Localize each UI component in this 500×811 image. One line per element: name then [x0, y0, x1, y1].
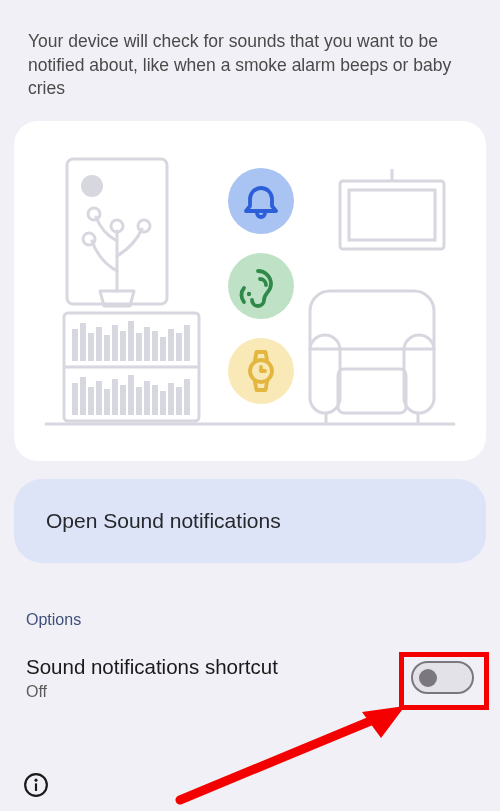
svg-rect-42 [310, 335, 340, 413]
svg-rect-22 [176, 333, 182, 361]
svg-point-47 [228, 168, 294, 234]
svg-rect-35 [160, 391, 166, 415]
svg-rect-12 [96, 327, 102, 361]
svg-rect-29 [112, 379, 118, 415]
illustration-card [14, 121, 486, 461]
svg-rect-11 [88, 333, 94, 361]
open-sound-notifications-button[interactable]: Open Sound notifications [14, 479, 486, 563]
svg-rect-27 [96, 381, 102, 415]
svg-point-2 [81, 175, 103, 197]
svg-rect-18 [144, 327, 150, 361]
svg-rect-30 [120, 385, 126, 415]
svg-point-48 [228, 253, 294, 319]
toggle-thumb [419, 669, 437, 687]
svg-rect-10 [80, 323, 86, 361]
room-illustration [14, 121, 486, 461]
shortcut-state: Off [26, 683, 278, 701]
svg-rect-28 [104, 389, 110, 415]
svg-rect-33 [144, 381, 150, 415]
svg-rect-34 [152, 385, 158, 415]
svg-rect-54 [35, 783, 37, 791]
svg-rect-13 [104, 335, 110, 361]
svg-rect-41 [349, 190, 435, 240]
svg-point-3 [83, 233, 95, 245]
svg-rect-32 [136, 387, 142, 415]
svg-rect-31 [128, 375, 134, 415]
sound-notifications-shortcut-row[interactable]: Sound notifications shortcut Off [26, 655, 474, 701]
svg-rect-21 [168, 329, 174, 361]
svg-rect-38 [184, 379, 190, 415]
info-icon [23, 772, 49, 798]
info-button[interactable] [22, 771, 50, 799]
svg-rect-24 [72, 383, 78, 415]
svg-point-53 [34, 779, 37, 782]
svg-rect-23 [184, 325, 190, 361]
svg-rect-19 [152, 331, 158, 361]
svg-marker-56 [362, 706, 405, 738]
svg-rect-36 [168, 383, 174, 415]
svg-rect-15 [120, 331, 126, 361]
svg-point-49 [247, 292, 251, 296]
description-text: Your device will check for sounds that y… [0, 0, 500, 121]
svg-rect-9 [72, 329, 78, 361]
svg-point-4 [138, 220, 150, 232]
options-section-label: Options [26, 611, 474, 629]
svg-rect-20 [160, 337, 166, 361]
open-button-label: Open Sound notifications [46, 509, 281, 532]
svg-rect-17 [136, 333, 142, 361]
shortcut-text: Sound notifications shortcut Off [26, 655, 278, 701]
svg-rect-44 [338, 369, 406, 413]
svg-rect-26 [88, 387, 94, 415]
svg-rect-14 [112, 325, 118, 361]
shortcut-toggle[interactable] [411, 661, 474, 694]
shortcut-title: Sound notifications shortcut [26, 655, 278, 679]
svg-line-55 [180, 715, 385, 800]
svg-rect-37 [176, 387, 182, 415]
svg-rect-43 [404, 335, 434, 413]
svg-rect-25 [80, 377, 86, 415]
annotation-arrow [160, 700, 440, 811]
svg-point-5 [88, 208, 100, 220]
svg-rect-16 [128, 321, 134, 361]
